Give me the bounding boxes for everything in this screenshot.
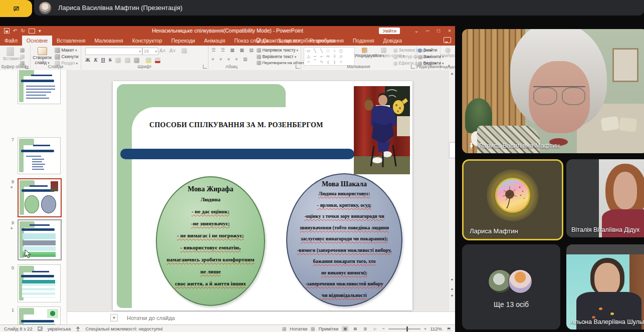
arrange-button[interactable]: Упорядкувати▾ bbox=[354, 48, 374, 58]
video-tile-participant-3[interactable]: Альона Валеріївна Шульг bbox=[566, 244, 644, 329]
clipboard-dialog-launcher[interactable] bbox=[25, 65, 29, 69]
video-tile-more-people[interactable]: Ще 13 осіб bbox=[462, 244, 560, 329]
collapse-ribbon-icon[interactable]: ∧ bbox=[448, 64, 451, 68]
slide-sorter-view-button[interactable]: ▤ bbox=[352, 326, 358, 331]
ribbon-tab[interactable]: Малювання bbox=[90, 36, 127, 46]
slide-editing-area[interactable]: СПОСОБИ СПІЛКУВАННЯ ЗА М. РОЗЕНБЕРГОМ bbox=[67, 70, 448, 311]
notes-toggle[interactable]: Нотатки bbox=[290, 326, 307, 331]
video-tile-speaker[interactable]: Лариса Мафтин bbox=[462, 159, 563, 240]
ribbon-tab[interactable]: Анімація bbox=[199, 36, 230, 46]
layout-button[interactable]: Макет▾ bbox=[55, 48, 77, 53]
ribbon-tab[interactable]: Основне bbox=[22, 36, 52, 46]
redo-icon[interactable]: ↻ bbox=[21, 26, 25, 36]
video-tile-participant-2[interactable]: Віталія Віталіївна Дідух bbox=[566, 159, 644, 237]
text-direction-button[interactable]: Напрямок тексту▾ bbox=[257, 48, 298, 53]
clear-formatting-icon[interactable] bbox=[181, 48, 187, 54]
stop-presentation-button[interactable] bbox=[0, 0, 32, 17]
zoom-slider[interactable] bbox=[388, 328, 420, 329]
ribbon-tab[interactable]: Довідка bbox=[378, 36, 406, 46]
alignment-icons[interactable]: ≡ ≡ ≡ ≡ ▥ bbox=[211, 57, 250, 62]
strikethrough-button[interactable]: S bbox=[109, 57, 112, 63]
undo-icon[interactable]: ↶ bbox=[13, 26, 17, 36]
bullets-numbering-icons[interactable]: ☰ ☰ ▦ ▦ ▤ bbox=[211, 48, 256, 53]
find-button[interactable]: Знайти bbox=[418, 48, 437, 53]
zoom-in-icon[interactable]: + bbox=[424, 326, 427, 331]
reading-view-button[interactable]: ▥ bbox=[362, 326, 368, 331]
align-text-button[interactable]: Вирівняти текст▾ bbox=[257, 54, 296, 59]
minimize-icon[interactable]: ─ bbox=[422, 26, 433, 36]
zoom-slider-thumb[interactable] bbox=[406, 326, 408, 331]
ribbon-tab[interactable]: Переходи bbox=[167, 36, 200, 46]
shrink-font-icon[interactable]: A˅ bbox=[169, 48, 176, 54]
text-shadow-icon[interactable] bbox=[115, 58, 121, 63]
highlight-color-icon[interactable] bbox=[146, 58, 151, 63]
new-slide-button[interactable]: Створити слайд▾ bbox=[32, 47, 53, 65]
shapes-gallery[interactable]: ▭╲╲□○◻ △⌐⌐⇨⇩▱ ☆⌒∿{}☆ bbox=[304, 47, 355, 66]
ribbon-display-icon[interactable]: ⌄ bbox=[411, 26, 422, 36]
ribbon-tab[interactable]: Файл bbox=[0, 36, 22, 46]
slide-scrollbar[interactable]: ▲ ▼ ▲ ▼ bbox=[448, 70, 455, 311]
paragraph-dialog-launcher[interactable] bbox=[296, 65, 300, 69]
fit-to-window-icon[interactable]: ⬒ bbox=[446, 326, 452, 331]
slide-title[interactable]: СПОСОБИ СПІЛКУВАННЯ ЗА М. РОЗЕНБЕРГОМ bbox=[149, 121, 370, 129]
addins-button[interactable]: Надбудови bbox=[441, 48, 455, 58]
notes-toggle-icon[interactable] bbox=[282, 327, 286, 331]
spellcheck-icon[interactable] bbox=[38, 326, 43, 331]
notes-collapse-icon[interactable]: ▼ bbox=[110, 314, 118, 321]
slide-canvas[interactable]: СПОСОБИ СПІЛКУВАННЯ ЗА М. РОЗЕНБЕРГОМ bbox=[113, 81, 412, 310]
notes-pane[interactable]: ▼ Нотатки до слайда bbox=[67, 311, 455, 325]
qat-dropdown-icon[interactable]: ▾ bbox=[39, 26, 41, 36]
copy-icon[interactable] bbox=[20, 54, 25, 59]
thumbnail-slide-11[interactable] bbox=[18, 306, 61, 324]
paste-button[interactable]: Вставити bbox=[3, 47, 17, 61]
jackal-language-oval[interactable]: Мова Шакала Людина використовує:- ярлики… bbox=[286, 173, 402, 306]
quick-styles-button[interactable]: Експрес-стилі▾ bbox=[374, 48, 392, 58]
replace-button[interactable]: Замінити▾ bbox=[418, 54, 444, 59]
ribbon-tab[interactable]: Вставлення bbox=[52, 36, 90, 46]
accessibility-icon[interactable] bbox=[76, 326, 80, 331]
ribbon-tab[interactable]: Подання bbox=[348, 36, 378, 46]
slideshow-view-button[interactable]: ▷ bbox=[372, 326, 378, 331]
tell-me-box[interactable]: Скажіть, що потрібно зробити bbox=[256, 36, 335, 46]
zoom-level[interactable]: 112% bbox=[430, 326, 442, 331]
font-name-combo[interactable]: ▾ bbox=[85, 48, 142, 55]
font-color-icon[interactable] bbox=[155, 58, 160, 63]
next-slide-icon[interactable]: ▼ bbox=[449, 292, 455, 299]
bold-button[interactable]: Ж bbox=[85, 57, 90, 63]
normal-view-button[interactable]: ▦ bbox=[342, 326, 348, 331]
video-tile-pinned[interactable]: Лариса Василівна Мафтин bbox=[462, 29, 644, 153]
cut-icon[interactable] bbox=[20, 48, 25, 53]
underline-button[interactable]: П bbox=[101, 57, 105, 63]
scroll-up-icon[interactable]: ▲ bbox=[449, 70, 455, 77]
previous-slide-icon[interactable]: ▲ bbox=[449, 285, 455, 292]
maximize-icon[interactable]: □ bbox=[433, 26, 444, 36]
accessibility-status[interactable]: Спеціальні можливості: недоступні bbox=[85, 326, 162, 331]
thumbnail-slide-10[interactable] bbox=[18, 264, 61, 302]
scrollbar-thumb[interactable] bbox=[449, 142, 455, 158]
italic-button[interactable]: К bbox=[94, 57, 97, 63]
scroll-down-icon[interactable]: ▼ bbox=[449, 276, 455, 283]
change-case-icon[interactable] bbox=[134, 58, 139, 63]
giraffe-language-oval[interactable]: Мова Жирафа Людина- не дає оцінок;-не зв… bbox=[156, 176, 265, 306]
font-size-combo[interactable]: 16▾ bbox=[142, 48, 158, 55]
rosenberg-photo[interactable] bbox=[354, 86, 410, 174]
reset-button[interactable]: Скинути bbox=[55, 54, 79, 60]
comments-icon[interactable] bbox=[444, 37, 451, 43]
thumbnail-slide-7[interactable] bbox=[18, 137, 61, 174]
zoom-out-icon[interactable]: − bbox=[382, 326, 385, 331]
sign-in-button[interactable]: Увійти bbox=[379, 28, 400, 34]
font-dialog-launcher[interactable] bbox=[203, 65, 207, 69]
comments-toggle[interactable]: Примітки bbox=[318, 326, 338, 331]
save-icon[interactable] bbox=[4, 28, 10, 34]
ribbon-tab[interactable]: Конструктор bbox=[128, 36, 167, 46]
comments-toggle-icon[interactable] bbox=[311, 327, 315, 331]
drawing-dialog-launcher[interactable] bbox=[411, 65, 415, 69]
thumbnail-slide-6[interactable] bbox=[18, 70, 61, 104]
close-icon[interactable]: × bbox=[444, 26, 455, 36]
character-spacing-icon[interactable] bbox=[125, 58, 130, 63]
slideshow-icon[interactable] bbox=[29, 29, 35, 34]
grow-font-icon[interactable]: A˄ bbox=[159, 48, 166, 54]
slide-navy-bar[interactable] bbox=[120, 149, 354, 159]
language-status[interactable]: українська bbox=[48, 326, 71, 331]
thumbnail-slide-8-selected[interactable] bbox=[18, 178, 62, 217]
